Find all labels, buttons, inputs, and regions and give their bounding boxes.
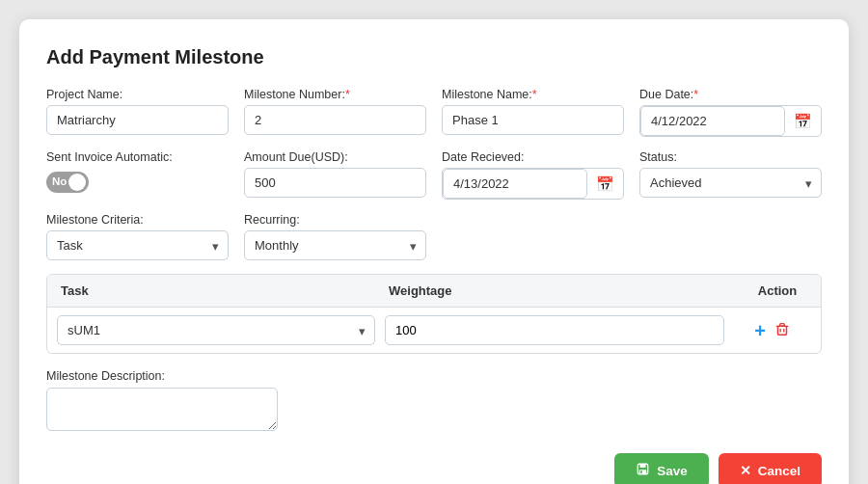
due-date-label: Due Date:* xyxy=(639,88,822,101)
toggle-wrapper: No xyxy=(46,172,229,193)
add-payment-milestone-modal: Add Payment Milestone Project Name: Mile… xyxy=(19,19,849,484)
form-row-1: Project Name: Milestone Number:* Milesto… xyxy=(46,88,822,137)
milestone-number-group: Milestone Number:* xyxy=(244,88,426,135)
delete-row-button[interactable] xyxy=(773,320,791,341)
cancel-button[interactable]: ✕ Cancel xyxy=(719,453,822,484)
recurring-select-wrapper: Monthly Weekly Daily xyxy=(244,230,426,260)
add-row-button[interactable]: + xyxy=(754,321,766,340)
action-cell: + xyxy=(734,320,811,341)
modal-title: Add Payment Milestone xyxy=(46,46,822,68)
date-received-input[interactable] xyxy=(443,169,587,199)
milestone-criteria-select-wrapper: Task Milestone xyxy=(46,230,229,260)
description-textarea[interactable] xyxy=(46,388,278,431)
task-select[interactable]: sUM1 xyxy=(57,315,375,345)
form-row-2: Sent Invoice Automatic: No Amount Due(US… xyxy=(46,150,822,200)
toggle-label: No xyxy=(52,175,67,187)
table-header: Task Weightage Action xyxy=(47,275,821,308)
sent-invoice-label: Sent Invoice Automatic: xyxy=(46,150,229,164)
project-name-label: Project Name: xyxy=(46,88,229,101)
amount-due-input[interactable] xyxy=(244,168,426,198)
due-date-calendar-icon[interactable]: 📅 xyxy=(785,107,821,136)
task-weightage-table: Task Weightage Action sUM1 + xyxy=(46,274,822,354)
recurring-group: Recurring: Monthly Weekly Daily xyxy=(244,213,426,260)
recurring-select[interactable]: Monthly Weekly Daily xyxy=(244,230,426,260)
cancel-icon: ✕ xyxy=(740,463,751,478)
cancel-label: Cancel xyxy=(758,464,800,478)
milestone-name-input[interactable] xyxy=(442,105,624,135)
milestone-name-group: Milestone Name:* xyxy=(442,88,624,135)
project-name-input[interactable] xyxy=(46,105,229,135)
date-received-calendar-icon[interactable]: 📅 xyxy=(587,170,623,199)
save-label: Save xyxy=(657,464,688,478)
amount-due-label: Amount Due(USD): xyxy=(244,150,426,164)
due-date-input[interactable] xyxy=(640,106,785,136)
save-button[interactable]: Save xyxy=(614,453,709,484)
footer-buttons: Save ✕ Cancel xyxy=(46,453,822,484)
status-select[interactable]: Achieved Pending Failed xyxy=(639,168,822,198)
svg-rect-0 xyxy=(777,326,786,335)
recurring-label: Recurring: xyxy=(244,213,426,227)
milestone-number-input[interactable] xyxy=(244,105,426,135)
action-column-header: Action xyxy=(734,275,821,307)
amount-due-group: Amount Due(USD): xyxy=(244,150,426,198)
weightage-cell xyxy=(385,315,724,345)
svg-rect-6 xyxy=(640,464,646,468)
milestone-number-label: Milestone Number:* xyxy=(244,88,426,101)
status-label: Status: xyxy=(639,150,822,164)
milestone-name-label: Milestone Name:* xyxy=(442,88,624,101)
project-name-group: Project Name: xyxy=(46,88,229,135)
milestone-criteria-label: Milestone Criteria: xyxy=(46,213,229,227)
weightage-column-header: Weightage xyxy=(375,275,734,307)
toggle-knob xyxy=(68,174,86,191)
milestone-criteria-select[interactable]: Task Milestone xyxy=(46,230,229,260)
weightage-input[interactable] xyxy=(385,315,724,345)
due-date-group: Due Date:* 📅 xyxy=(639,88,822,137)
date-received-label: Date Recieved: xyxy=(442,150,624,164)
due-date-input-wrapper: 📅 xyxy=(639,105,822,137)
sent-invoice-group: Sent Invoice Automatic: No xyxy=(46,150,229,193)
save-icon xyxy=(636,462,650,479)
status-select-wrapper: Achieved Pending Failed xyxy=(639,168,822,198)
sent-invoice-toggle[interactable]: No xyxy=(46,172,89,193)
svg-rect-4 xyxy=(780,323,785,326)
description-label: Milestone Description: xyxy=(46,369,822,383)
svg-rect-8 xyxy=(640,471,642,473)
date-received-group: Date Recieved: 📅 xyxy=(442,150,624,200)
form-row-3: Milestone Criteria: Task Milestone Recur… xyxy=(46,213,822,260)
table-row: sUM1 + xyxy=(47,308,821,353)
task-select-wrapper: sUM1 xyxy=(57,315,375,345)
milestone-criteria-group: Milestone Criteria: Task Milestone xyxy=(46,213,229,260)
task-cell: sUM1 xyxy=(57,315,375,345)
date-received-input-wrapper: 📅 xyxy=(442,168,624,200)
svg-rect-7 xyxy=(639,470,647,474)
task-column-header: Task xyxy=(47,275,375,307)
description-section: Milestone Description: xyxy=(46,369,822,434)
status-group: Status: Achieved Pending Failed xyxy=(639,150,822,198)
